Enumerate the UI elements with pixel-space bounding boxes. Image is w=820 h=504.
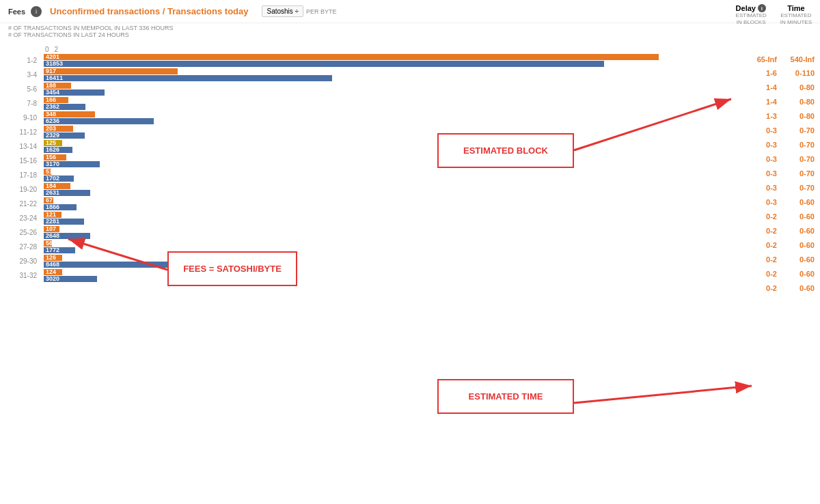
orange-bar: 4201: [44, 54, 659, 60]
bar-group: 121 2281: [44, 212, 84, 225]
y-axis-label: 27-28: [5, 243, 41, 251]
y-axis-label: 25-26: [5, 229, 41, 236]
chart-row: 1-2 4201 31853: [5, 53, 739, 67]
bar-group: 125 1626: [44, 140, 72, 153]
blue-bar: 2362: [44, 104, 85, 110]
bar-group: 51 1702: [44, 169, 74, 182]
orange-bar: 156: [44, 154, 66, 160]
right-row: 0-3 0-60: [739, 195, 815, 209]
estimated-time-annotation: ESTIMATED TIME: [437, 379, 574, 414]
delay-info-icon[interactable]: i: [758, 4, 766, 12]
subheader: # OF TRANSACTIONS IN MEMPOOL IN LAST 336…: [0, 23, 820, 41]
bar-group: 166 2362: [44, 97, 85, 110]
right-row: 0-2 0-60: [739, 267, 815, 281]
delay-value: 1-4: [753, 98, 777, 106]
blue-bar: 3170: [44, 161, 100, 167]
time-value: 0-70: [784, 155, 815, 163]
right-row: 0-3 0-70: [739, 181, 815, 195]
right-row: 0-2 0-60: [739, 238, 815, 252]
y-axis-label: 29-30: [5, 257, 41, 265]
chart-row: 3-4 917 16411: [5, 68, 739, 81]
time-value: 0-60: [784, 270, 815, 278]
blue-bar: 1702: [44, 176, 74, 182]
delay-value: 1-6: [753, 69, 777, 77]
time-value: 0-60: [784, 227, 815, 235]
blue-bar: 3454: [44, 89, 105, 96]
y-axis-label: 17-18: [5, 171, 41, 179]
delay-header: Delay i ESTIMATED IN BLOCKS: [736, 4, 767, 25]
right-row: 0-3 0-70: [739, 167, 815, 180]
delay-value: 0-2: [753, 227, 777, 235]
orange-bar: 126: [44, 255, 62, 261]
y-label-2: 2: [55, 46, 59, 53]
time-value: 0-70: [784, 126, 815, 135]
orange-bar: 125: [44, 140, 62, 146]
bar-group: 156 3170: [44, 154, 100, 167]
delay-label: Delay: [736, 4, 756, 12]
orange-bar: 51: [44, 169, 51, 175]
bar-group: 184 2631: [44, 183, 90, 196]
time-value: 0-110: [784, 69, 815, 77]
info-icon[interactable]: i: [31, 6, 42, 17]
orange-bar: 121: [44, 212, 62, 218]
bar-group: 124 3020: [44, 269, 97, 282]
y-axis-label: 13-14: [5, 143, 41, 150]
blue-bar: 2281: [44, 219, 84, 225]
delay-value: 1-4: [753, 83, 777, 92]
y-axis-label: 9-10: [5, 114, 41, 122]
chart-row: 11-12 203 2329: [5, 125, 739, 139]
right-values-column: 65-Inf 540-Inf 1-6 0-110 1-4 0-80 1-4 0-…: [739, 41, 815, 295]
orange-bar: 166: [44, 97, 68, 103]
y-axis-label: 31-32: [5, 272, 41, 279]
delay-value: 0-3: [753, 198, 777, 206]
time-label: Time: [787, 4, 804, 12]
orange-bar: 188: [44, 83, 71, 89]
time-sub: ESTIMATED IN MINUTES: [780, 12, 812, 25]
chart-row: 19-20 184 2631: [5, 182, 739, 196]
blue-bar: 2648: [44, 233, 90, 239]
satoshis-dropdown[interactable]: Satoshis ÷: [262, 5, 303, 17]
delay-value: 0-3: [753, 126, 777, 135]
blue-bar: 2631: [44, 190, 90, 196]
orange-bar: 917: [44, 68, 178, 74]
time-value: 0-60: [784, 255, 815, 264]
fees-annotation: FEES = SATOSHI/BYTE: [167, 251, 297, 286]
chart-row: 17-18 51 1702: [5, 168, 739, 182]
delay-value: 0-3: [753, 141, 777, 149]
time-value: 0-60: [784, 198, 815, 206]
time-value: 0-70: [784, 141, 815, 149]
right-row: 0-3 0-70: [739, 138, 815, 152]
chart-row: 21-22 67 1866: [5, 197, 739, 210]
main-container: Fees i Unconfirmed transactions / Transa…: [0, 0, 820, 504]
bar-group: 917 16411: [44, 68, 332, 81]
time-value: 0-70: [784, 184, 815, 192]
blue-bar: 1626: [44, 147, 72, 153]
blue-bar: 6236: [44, 118, 154, 124]
bar-group: 4201 31853: [44, 54, 659, 67]
chart-row: 31-32 124 3020: [5, 268, 739, 282]
delay-value: 0-2: [753, 212, 777, 221]
right-row: 0-2 0-60: [739, 253, 815, 266]
delay-value: 0-2: [753, 241, 777, 249]
delay-value: 1-3: [753, 112, 777, 120]
chart-row: 9-10 348 6236: [5, 111, 739, 124]
bar-group: 203 2329: [44, 126, 85, 139]
y-axis-label: 19-20: [5, 186, 41, 193]
chart-row: 13-14 125 1626: [5, 139, 739, 153]
y-axis-label: 11-12: [5, 128, 41, 136]
time-value: 0-80: [784, 98, 815, 106]
blue-bar: 16411: [44, 75, 332, 81]
fees-label: Fees: [8, 8, 25, 16]
chart-row: 15-16 156 3170: [5, 154, 739, 167]
delay-value: 0-3: [753, 169, 777, 178]
y-axis-label: 1-2: [5, 57, 41, 64]
header: Fees i Unconfirmed transactions / Transa…: [0, 0, 820, 23]
blue-bar: 1866: [44, 204, 77, 210]
y-label-0: 0: [45, 46, 49, 53]
chart-row: 27-28 56 1772: [5, 240, 739, 253]
orange-bar: 124: [44, 269, 62, 275]
right-row: 0-2 0-60: [739, 281, 815, 295]
bar-group: 67 1866: [44, 197, 77, 210]
y-axis-label: 21-22: [5, 200, 41, 208]
y-axis-label: 7-8: [5, 100, 41, 107]
